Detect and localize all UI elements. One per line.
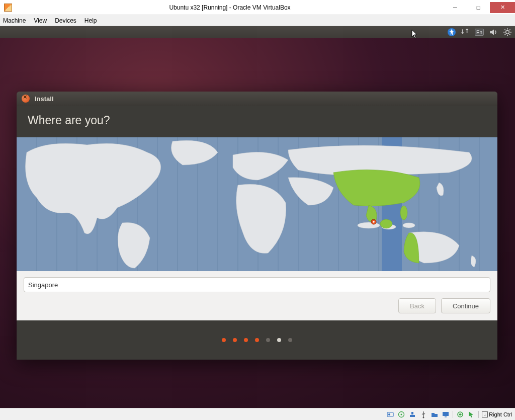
sb-optical-icon[interactable]	[397, 410, 405, 418]
svg-line-6	[504, 29, 505, 30]
menu-machine[interactable]: Machine	[3, 17, 26, 24]
host-window-controls: ─ □ ✕	[444, 2, 515, 13]
svg-point-45	[401, 413, 402, 415]
ubuntu-desktop-wallpaper: En Install Where are you?	[0, 26, 515, 408]
installer-heading: Where are you?	[28, 114, 486, 127]
host-titlebar: Ubuntu x32 [Running] - Oracle VM Virtual…	[0, 0, 515, 15]
sb-shared-folders-icon[interactable]	[431, 410, 439, 418]
maximize-button[interactable]: □	[467, 2, 490, 13]
installer-close-button[interactable]	[22, 95, 30, 103]
installer-window-title: Install	[35, 95, 54, 103]
svg-point-41	[373, 221, 375, 223]
svg-rect-47	[411, 412, 413, 414]
continue-button[interactable]: Continue	[441, 298, 490, 313]
svg-rect-46	[410, 415, 415, 417]
host-key-label: Right Ctrl	[489, 411, 512, 417]
progress-dot	[277, 338, 281, 342]
svg-point-38	[400, 206, 407, 220]
back-button[interactable]: Back	[398, 298, 436, 313]
svg-rect-49	[443, 412, 449, 416]
virtualbox-appicon	[4, 4, 12, 12]
timezone-map[interactable]	[17, 137, 497, 271]
virtualbox-statusbar: ↓ Right Ctrl	[0, 408, 515, 420]
progress-dot	[255, 338, 259, 342]
guest-display: En Install Where are you?	[0, 26, 515, 408]
accessibility-icon[interactable]	[448, 28, 456, 36]
svg-point-39	[380, 219, 392, 228]
sb-network-icon[interactable]	[408, 410, 416, 418]
svg-point-0	[451, 29, 452, 31]
svg-point-37	[403, 223, 415, 228]
progress-dot	[288, 338, 292, 342]
progress-dot	[266, 338, 270, 342]
installer-progress-dots	[17, 320, 497, 360]
installer-body: Back Continue	[17, 137, 497, 320]
sb-display-icon[interactable]	[442, 410, 450, 418]
svg-line-8	[504, 34, 505, 35]
progress-dot	[244, 338, 248, 342]
installer-heading-area: Where are you?	[17, 106, 497, 137]
svg-point-43	[388, 413, 390, 415]
keyboard-layout-indicator[interactable]: En	[475, 29, 484, 36]
svg-point-48	[423, 416, 424, 418]
progress-dot	[222, 338, 226, 342]
menu-devices[interactable]: Devices	[55, 17, 76, 24]
close-button[interactable]: ✕	[490, 2, 515, 13]
down-arrow-icon: ↓	[482, 411, 488, 417]
svg-line-9	[509, 29, 510, 30]
sb-harddisk-icon[interactable]	[386, 410, 394, 418]
progress-dot	[233, 338, 237, 342]
menu-view[interactable]: View	[34, 17, 47, 24]
svg-point-35	[358, 222, 380, 228]
system-gear-icon[interactable]	[503, 28, 512, 37]
network-updown-icon[interactable]	[461, 28, 470, 37]
nav-button-row: Back Continue	[24, 298, 490, 313]
virtualbox-menubar: Machine View Devices Help	[0, 15, 515, 26]
sound-icon[interactable]	[489, 28, 498, 37]
svg-point-1	[506, 31, 509, 34]
ubuntu-installer-window: Install Where are you?	[17, 92, 497, 360]
statusbar-separator	[453, 411, 453, 418]
host-window-title: Ubuntu x32 [Running] - Oracle VM Virtual…	[16, 4, 444, 11]
svg-rect-50	[445, 416, 447, 417]
svg-line-7	[509, 34, 510, 35]
minimize-button[interactable]: ─	[444, 2, 467, 13]
statusbar-separator	[478, 411, 479, 418]
sb-guest-additions-icon[interactable]	[456, 410, 464, 418]
timezone-input[interactable]	[24, 277, 490, 292]
installer-titlebar[interactable]: Install	[17, 92, 497, 106]
sb-mouse-integration-icon[interactable]	[467, 410, 475, 418]
sb-usb-icon[interactable]	[419, 410, 427, 418]
host-key-indicator[interactable]: ↓ Right Ctrl	[482, 411, 512, 417]
menu-help[interactable]: Help	[84, 17, 97, 24]
ubuntu-top-panel: En	[0, 26, 515, 38]
installer-controls: Back Continue	[17, 271, 497, 320]
